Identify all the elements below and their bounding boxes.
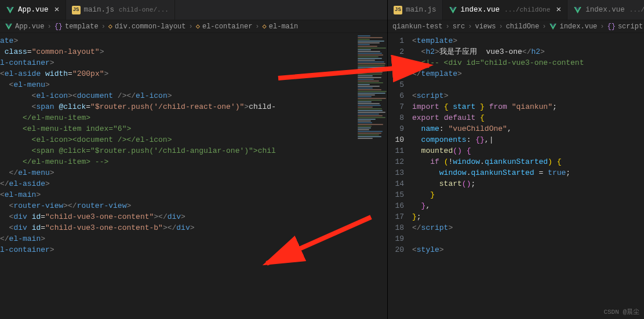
code-right[interactable]: <template> <h2>我是子应用 vue3-one</h2> <!-- … (412, 33, 644, 319)
code-line[interactable]: name: "vueChildOne", (412, 123, 644, 134)
code-line[interactable]: <span @click="$router.push('/child-angul… (0, 145, 387, 156)
line-number: 8 (388, 112, 404, 123)
svg-line-0 (278, 65, 429, 78)
breadcrumb-item[interactable]: App.vue (15, 23, 44, 31)
line-number: 12 (388, 156, 404, 167)
close-icon[interactable]: × (556, 5, 561, 15)
chevron-right-icon: › (599, 23, 605, 31)
line-number: 1 (388, 35, 404, 46)
close-icon[interactable]: × (54, 5, 60, 15)
tab-main-js[interactable]: JSmain.jschild-one/... (66, 0, 175, 20)
chevron-right-icon: › (46, 23, 52, 31)
tabs-left: App.vue×JSmain.jschild-one/... (0, 0, 387, 20)
tab-desc: .../childOne (504, 6, 550, 13)
breadcrumb-item[interactable]: index.vue (559, 23, 597, 31)
code-line[interactable]: <router-view></router-view> (0, 200, 387, 211)
chevron-right-icon: › (188, 23, 194, 31)
line-number: 6 (388, 90, 404, 101)
code-line[interactable]: </el-menu-item> --> (0, 156, 387, 167)
line-number: 17 (388, 211, 404, 222)
code-line[interactable]: import { start } from "qiankun"; (412, 101, 644, 112)
code-line[interactable]: mounted() { (412, 145, 644, 156)
code-line[interactable]: if (!window.qiankunStarted) { (412, 156, 644, 167)
right-editor-pane: JSmain.jsindex.vue.../childOne×index.vue… (387, 0, 644, 319)
watermark: CSDN @晨尘 (603, 307, 639, 316)
code-line[interactable]: </el-aside> (0, 178, 387, 189)
code-line[interactable]: <el-icon><document /></el-icon> (0, 134, 387, 145)
code-line[interactable]: }; (412, 211, 644, 222)
code-line[interactable]: <el-icon><document /></el-icon> (0, 90, 387, 101)
code-line[interactable]: </script> (412, 222, 644, 233)
code-line[interactable]: </el-menu-item> (0, 112, 387, 123)
code-line[interactable]: <span @click="$router.push('/child-react… (0, 101, 387, 112)
breadcrumb-item[interactable]: div.common-layout (115, 23, 185, 31)
code-line[interactable]: start(); (412, 178, 644, 189)
breadcrumb-item[interactable]: childOne (506, 23, 540, 31)
breadcrumb-item[interactable]: qiankun-test (392, 23, 442, 31)
line-number: 19 (388, 233, 404, 244)
chevron-right-icon: › (445, 23, 450, 31)
tab-label: index.vue (461, 6, 500, 14)
code-line[interactable]: </template> (412, 68, 644, 79)
tab-label: main.js (406, 6, 436, 14)
breadcrumb-item[interactable]: template (65, 23, 99, 31)
line-number: 18 (388, 222, 404, 233)
code-line[interactable]: window.qiankunStarted = true; (412, 167, 644, 178)
line-number: 7 (388, 101, 404, 112)
code-line[interactable]: }, (412, 200, 644, 211)
line-number: 16 (388, 200, 404, 211)
line-number: 10 (388, 134, 404, 145)
line-number: 14 (388, 178, 404, 189)
code-line[interactable]: ate> (0, 35, 387, 46)
code-line[interactable] (412, 79, 644, 90)
line-number: 15 (388, 189, 404, 200)
annotation-arrow-2 (261, 214, 377, 272)
code-line[interactable]: <el-main> (0, 189, 387, 200)
code-line[interactable]: <template> (412, 35, 644, 46)
chevron-right-icon: › (498, 23, 503, 31)
code-line[interactable]: <!-- <div id="child-vue3-one-content (412, 57, 644, 68)
breadcrumb-item[interactable]: el-main (269, 23, 298, 31)
tabs-right: JSmain.jsindex.vue.../childOne×index.vue… (388, 0, 644, 20)
code-line[interactable]: components: {},| (412, 134, 644, 145)
chevron-right-icon: › (467, 23, 472, 31)
tab-main-js[interactable]: JSmain.js (388, 0, 443, 20)
tab-App-vue[interactable]: App.vue× (0, 0, 66, 20)
tab-index-vue[interactable]: index.vue.../childOne× (443, 0, 568, 20)
chevron-right-icon: › (254, 23, 260, 31)
code-line[interactable]: export default { (412, 112, 644, 123)
chevron-right-icon: › (101, 23, 106, 31)
annotation-arrow-1 (275, 55, 438, 90)
breadcrumb-item[interactable]: el-container (202, 23, 252, 31)
code-line[interactable]: <h2>我是子应用 vue3-one</h2> (412, 46, 644, 57)
line-number: 20 (388, 244, 404, 255)
tab-index-vue[interactable]: index.vue.../childO (567, 0, 644, 20)
svg-line-1 (267, 217, 371, 263)
tab-label: main.js (84, 6, 115, 14)
breadcrumb-item[interactable]: views (475, 23, 496, 31)
chevron-right-icon: › (541, 23, 547, 31)
tab-desc: .../childO (630, 6, 644, 13)
code-line[interactable]: <style> (412, 244, 644, 255)
line-number: 13 (388, 167, 404, 178)
line-number: 11 (388, 145, 404, 156)
breadcrumb-item[interactable]: src (453, 23, 465, 31)
tab-desc: child-one/... (119, 6, 169, 13)
breadcrumb-right[interactable]: qiankun-test›src›views›childOne› index.v… (388, 20, 644, 33)
code-line[interactable] (412, 233, 644, 244)
tab-label: index.vue (585, 6, 625, 14)
line-number: 9 (388, 123, 404, 134)
code-line[interactable]: <el-menu-item index="6"> (0, 123, 387, 134)
code-line[interactable]: <script> (412, 90, 644, 101)
code-line[interactable]: } (412, 189, 644, 200)
code-line[interactable]: </el-menu> (0, 167, 387, 178)
breadcrumb-left[interactable]: App.vue›{} template›◇ div.common-layout›… (0, 20, 387, 33)
breadcrumb-item[interactable]: script (618, 23, 643, 31)
tab-label: App.vue (18, 6, 49, 14)
